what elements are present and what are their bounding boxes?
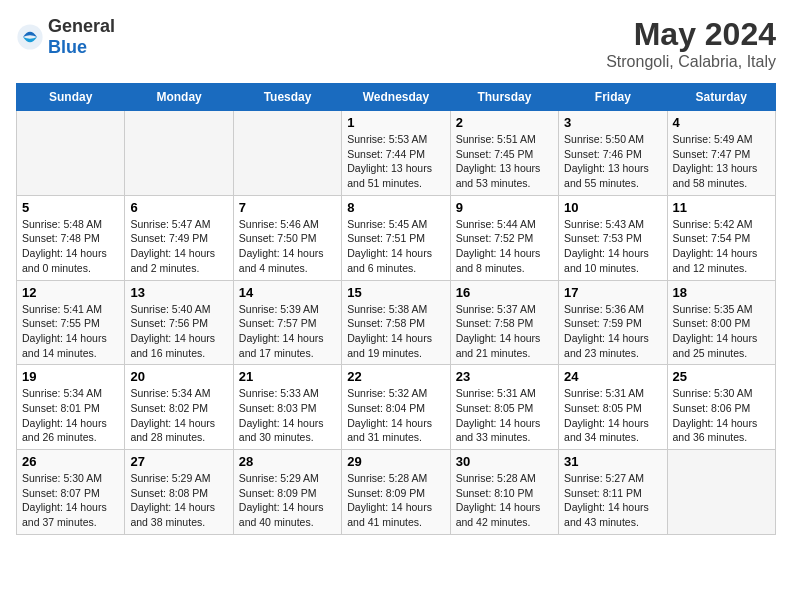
calendar-cell: 17Sunrise: 5:36 AM Sunset: 7:59 PM Dayli… (559, 280, 667, 365)
logo: General Blue (16, 16, 115, 58)
calendar-cell: 30Sunrise: 5:28 AM Sunset: 8:10 PM Dayli… (450, 450, 558, 535)
calendar-cell: 16Sunrise: 5:37 AM Sunset: 7:58 PM Dayli… (450, 280, 558, 365)
day-number: 26 (22, 454, 119, 469)
logo-blue: Blue (48, 37, 87, 57)
calendar-cell (17, 111, 125, 196)
title-block: May 2024 Strongoli, Calabria, Italy (606, 16, 776, 71)
calendar-cell: 18Sunrise: 5:35 AM Sunset: 8:00 PM Dayli… (667, 280, 775, 365)
day-number: 15 (347, 285, 444, 300)
calendar-cell: 9Sunrise: 5:44 AM Sunset: 7:52 PM Daylig… (450, 195, 558, 280)
day-number: 13 (130, 285, 227, 300)
day-number: 20 (130, 369, 227, 384)
day-info: Sunrise: 5:44 AM Sunset: 7:52 PM Dayligh… (456, 217, 553, 276)
day-number: 28 (239, 454, 336, 469)
logo-text: General Blue (48, 16, 115, 58)
day-number: 30 (456, 454, 553, 469)
day-number: 2 (456, 115, 553, 130)
day-number: 8 (347, 200, 444, 215)
week-row-3: 12Sunrise: 5:41 AM Sunset: 7:55 PM Dayli… (17, 280, 776, 365)
day-info: Sunrise: 5:51 AM Sunset: 7:45 PM Dayligh… (456, 132, 553, 191)
calendar-cell: 2Sunrise: 5:51 AM Sunset: 7:45 PM Daylig… (450, 111, 558, 196)
day-number: 14 (239, 285, 336, 300)
calendar-cell: 22Sunrise: 5:32 AM Sunset: 8:04 PM Dayli… (342, 365, 450, 450)
day-info: Sunrise: 5:40 AM Sunset: 7:56 PM Dayligh… (130, 302, 227, 361)
calendar-cell (125, 111, 233, 196)
day-info: Sunrise: 5:49 AM Sunset: 7:47 PM Dayligh… (673, 132, 770, 191)
location-subtitle: Strongoli, Calabria, Italy (606, 53, 776, 71)
calendar-cell: 1Sunrise: 5:53 AM Sunset: 7:44 PM Daylig… (342, 111, 450, 196)
day-info: Sunrise: 5:27 AM Sunset: 8:11 PM Dayligh… (564, 471, 661, 530)
day-info: Sunrise: 5:32 AM Sunset: 8:04 PM Dayligh… (347, 386, 444, 445)
page-header: General Blue May 2024 Strongoli, Calabri… (16, 16, 776, 71)
week-row-5: 26Sunrise: 5:30 AM Sunset: 8:07 PM Dayli… (17, 450, 776, 535)
day-number: 16 (456, 285, 553, 300)
day-header-wednesday: Wednesday (342, 84, 450, 111)
logo-general: General (48, 16, 115, 36)
calendar-cell: 28Sunrise: 5:29 AM Sunset: 8:09 PM Dayli… (233, 450, 341, 535)
calendar-cell: 25Sunrise: 5:30 AM Sunset: 8:06 PM Dayli… (667, 365, 775, 450)
day-info: Sunrise: 5:53 AM Sunset: 7:44 PM Dayligh… (347, 132, 444, 191)
calendar-cell: 23Sunrise: 5:31 AM Sunset: 8:05 PM Dayli… (450, 365, 558, 450)
day-number: 21 (239, 369, 336, 384)
calendar-cell (667, 450, 775, 535)
day-number: 5 (22, 200, 119, 215)
day-info: Sunrise: 5:42 AM Sunset: 7:54 PM Dayligh… (673, 217, 770, 276)
calendar-cell: 31Sunrise: 5:27 AM Sunset: 8:11 PM Dayli… (559, 450, 667, 535)
day-info: Sunrise: 5:29 AM Sunset: 8:08 PM Dayligh… (130, 471, 227, 530)
calendar-cell (233, 111, 341, 196)
week-row-2: 5Sunrise: 5:48 AM Sunset: 7:48 PM Daylig… (17, 195, 776, 280)
day-number: 11 (673, 200, 770, 215)
day-info: Sunrise: 5:34 AM Sunset: 8:02 PM Dayligh… (130, 386, 227, 445)
day-number: 4 (673, 115, 770, 130)
day-info: Sunrise: 5:29 AM Sunset: 8:09 PM Dayligh… (239, 471, 336, 530)
day-header-sunday: Sunday (17, 84, 125, 111)
day-info: Sunrise: 5:46 AM Sunset: 7:50 PM Dayligh… (239, 217, 336, 276)
day-number: 17 (564, 285, 661, 300)
day-info: Sunrise: 5:30 AM Sunset: 8:07 PM Dayligh… (22, 471, 119, 530)
day-info: Sunrise: 5:31 AM Sunset: 8:05 PM Dayligh… (456, 386, 553, 445)
day-info: Sunrise: 5:35 AM Sunset: 8:00 PM Dayligh… (673, 302, 770, 361)
calendar-cell: 20Sunrise: 5:34 AM Sunset: 8:02 PM Dayli… (125, 365, 233, 450)
day-header-monday: Monday (125, 84, 233, 111)
month-year-title: May 2024 (606, 16, 776, 53)
calendar-cell: 5Sunrise: 5:48 AM Sunset: 7:48 PM Daylig… (17, 195, 125, 280)
days-header-row: SundayMondayTuesdayWednesdayThursdayFrid… (17, 84, 776, 111)
day-number: 9 (456, 200, 553, 215)
day-number: 18 (673, 285, 770, 300)
day-number: 27 (130, 454, 227, 469)
calendar-cell: 19Sunrise: 5:34 AM Sunset: 8:01 PM Dayli… (17, 365, 125, 450)
day-info: Sunrise: 5:47 AM Sunset: 7:49 PM Dayligh… (130, 217, 227, 276)
day-info: Sunrise: 5:50 AM Sunset: 7:46 PM Dayligh… (564, 132, 661, 191)
day-info: Sunrise: 5:36 AM Sunset: 7:59 PM Dayligh… (564, 302, 661, 361)
calendar-cell: 13Sunrise: 5:40 AM Sunset: 7:56 PM Dayli… (125, 280, 233, 365)
svg-point-0 (17, 24, 42, 49)
day-number: 7 (239, 200, 336, 215)
day-number: 10 (564, 200, 661, 215)
day-number: 6 (130, 200, 227, 215)
day-number: 25 (673, 369, 770, 384)
calendar-cell: 24Sunrise: 5:31 AM Sunset: 8:05 PM Dayli… (559, 365, 667, 450)
day-info: Sunrise: 5:37 AM Sunset: 7:58 PM Dayligh… (456, 302, 553, 361)
day-info: Sunrise: 5:45 AM Sunset: 7:51 PM Dayligh… (347, 217, 444, 276)
calendar-cell: 26Sunrise: 5:30 AM Sunset: 8:07 PM Dayli… (17, 450, 125, 535)
calendar-cell: 29Sunrise: 5:28 AM Sunset: 8:09 PM Dayli… (342, 450, 450, 535)
day-number: 29 (347, 454, 444, 469)
day-info: Sunrise: 5:39 AM Sunset: 7:57 PM Dayligh… (239, 302, 336, 361)
day-number: 19 (22, 369, 119, 384)
day-info: Sunrise: 5:38 AM Sunset: 7:58 PM Dayligh… (347, 302, 444, 361)
day-header-tuesday: Tuesday (233, 84, 341, 111)
calendar-cell: 8Sunrise: 5:45 AM Sunset: 7:51 PM Daylig… (342, 195, 450, 280)
calendar-cell: 7Sunrise: 5:46 AM Sunset: 7:50 PM Daylig… (233, 195, 341, 280)
week-row-1: 1Sunrise: 5:53 AM Sunset: 7:44 PM Daylig… (17, 111, 776, 196)
day-number: 1 (347, 115, 444, 130)
day-info: Sunrise: 5:31 AM Sunset: 8:05 PM Dayligh… (564, 386, 661, 445)
day-number: 24 (564, 369, 661, 384)
day-info: Sunrise: 5:34 AM Sunset: 8:01 PM Dayligh… (22, 386, 119, 445)
logo-icon (16, 23, 44, 51)
day-info: Sunrise: 5:30 AM Sunset: 8:06 PM Dayligh… (673, 386, 770, 445)
day-number: 3 (564, 115, 661, 130)
day-info: Sunrise: 5:33 AM Sunset: 8:03 PM Dayligh… (239, 386, 336, 445)
calendar-cell: 6Sunrise: 5:47 AM Sunset: 7:49 PM Daylig… (125, 195, 233, 280)
calendar-cell: 21Sunrise: 5:33 AM Sunset: 8:03 PM Dayli… (233, 365, 341, 450)
day-info: Sunrise: 5:48 AM Sunset: 7:48 PM Dayligh… (22, 217, 119, 276)
